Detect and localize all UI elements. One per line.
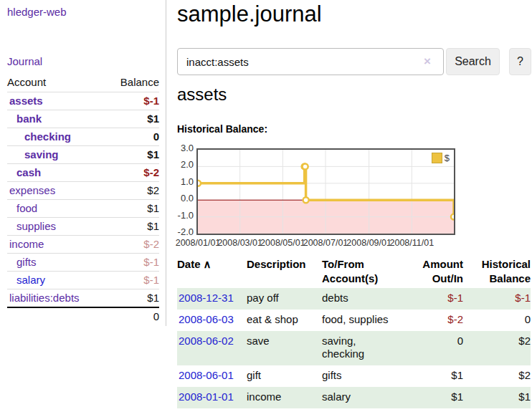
account-row: checking0: [7, 128, 159, 146]
transaction-balance: $2: [463, 365, 531, 387]
account-row: supplies$1: [7, 218, 159, 236]
transaction-amount: $-2: [407, 310, 463, 331]
accounts-total-row: 0: [7, 307, 159, 325]
account-row: assets$-1: [7, 92, 159, 110]
y-axis-tick-label: 0.0: [170, 193, 194, 204]
account-balance: $-2: [106, 164, 159, 182]
transaction-date-link[interactable]: 2008-06-01: [179, 369, 234, 381]
sort-asc-icon: ∧: [204, 258, 212, 270]
main-content: sample.journal × Search ? assets Histori…: [177, 0, 532, 417]
account-link[interactable]: gifts: [16, 256, 37, 268]
register-header-balance: Historical Balance: [463, 256, 531, 288]
page-title: sample.journal: [177, 1, 322, 27]
account-balance: $1: [106, 289, 159, 308]
account-link[interactable]: assets: [9, 95, 43, 107]
account-link[interactable]: saving: [24, 148, 59, 160]
account-row: salary$-1: [7, 272, 159, 289]
data-point-marker: [451, 214, 454, 220]
transaction-date-link[interactable]: 2008-12-31: [179, 292, 234, 304]
y-axis-tick-label: 3.0: [170, 143, 194, 154]
accounts-total-spacer: [7, 307, 106, 325]
legend-label: $: [445, 153, 450, 163]
account-row: liabilities:debts$1: [7, 289, 159, 308]
chart-canvas: [198, 150, 454, 234]
transaction-accounts: debts: [322, 288, 407, 310]
y-axis-tick-label: -1.0: [170, 210, 194, 221]
balance-chart: $ 3.02.01.00.0-1.0-2.02008/01/012008/03/…: [177, 143, 532, 249]
register-header-accounts: To/From Account(s): [322, 256, 407, 288]
transaction-balance: $2: [463, 331, 531, 366]
account-balance: $-1: [106, 272, 159, 289]
transaction-date-link[interactable]: 2008-01-01: [179, 390, 234, 403]
account-link[interactable]: bank: [16, 112, 42, 125]
search-row: × Search ?: [177, 48, 532, 75]
data-point-marker: [303, 163, 308, 169]
legend-swatch-icon: [432, 153, 442, 163]
register-header-amount: Amount Out/In: [407, 256, 463, 288]
transaction-date-link[interactable]: 2008-06-03: [179, 313, 234, 325]
account-row: cash$-2: [7, 164, 159, 182]
transaction-accounts: saving, checking: [322, 331, 407, 366]
hledger-web-page: hledger-web Journal Account Balance asse…: [0, 0, 532, 417]
register-header-date[interactable]: Date∧: [177, 256, 247, 288]
account-balance: $1: [106, 200, 159, 218]
transaction-amount: 0: [407, 331, 463, 366]
x-axis-tick-label: 2008/07/01: [300, 238, 351, 248]
transaction-date-link[interactable]: 2008-06-02: [179, 335, 234, 347]
transaction-accounts: salary: [322, 387, 407, 408]
accounts-header-account: Account: [7, 74, 106, 92]
account-link[interactable]: liabilities:debts: [9, 292, 80, 304]
account-balance: $1: [106, 110, 159, 128]
account-row: food$1: [7, 200, 159, 218]
y-axis-tick-label: -2.0: [170, 226, 194, 238]
account-link[interactable]: salary: [16, 274, 45, 286]
search-input[interactable]: [177, 48, 444, 75]
register-header-description: Description: [247, 256, 322, 288]
account-link[interactable]: cash: [16, 166, 41, 178]
app-title-link[interactable]: hledger-web: [7, 6, 67, 18]
account-link[interactable]: expenses: [9, 184, 55, 196]
account-row: bank$1: [7, 110, 159, 128]
register-row: 2008-06-01giftgifts$1$2: [177, 365, 531, 387]
transaction-balance: 0: [463, 310, 531, 331]
search-button[interactable]: Search: [446, 48, 500, 75]
register-table: Date∧ Description To/From Account(s) Amo…: [177, 256, 531, 408]
accounts-header-balance: Balance: [106, 74, 159, 92]
y-axis-tick-label: 2.0: [170, 159, 194, 171]
account-balance: 0: [106, 128, 159, 146]
transaction-description: income: [247, 387, 322, 408]
register-row: 2008-06-02savesaving, checking0$2: [177, 331, 531, 366]
account-link[interactable]: checking: [24, 130, 71, 143]
account-row: income$-2: [7, 236, 159, 254]
account-link[interactable]: supplies: [16, 220, 56, 232]
transaction-description: pay off: [247, 288, 322, 310]
account-link[interactable]: income: [9, 238, 44, 250]
y-axis-tick-label: 1.0: [170, 176, 194, 188]
account-balance: $-1: [106, 254, 159, 272]
register-row: 2008-06-03eat & shopfood, supplies$-20: [177, 310, 531, 331]
transaction-balance: $1: [463, 387, 531, 408]
account-balance: $-2: [106, 236, 159, 254]
sidebar: hledger-web Journal Account Balance asse…: [0, 0, 166, 326]
chart-plot-area: $: [196, 148, 455, 235]
account-row: gifts$-1: [7, 254, 159, 272]
search-box: ×: [177, 48, 444, 75]
help-button[interactable]: ?: [509, 48, 531, 75]
account-balance: $-1: [106, 92, 159, 110]
account-link[interactable]: food: [16, 202, 37, 214]
transaction-description: gift: [247, 365, 322, 387]
clear-search-icon[interactable]: ×: [424, 54, 431, 69]
transaction-amount: $1: [407, 387, 463, 408]
sidebar-item-journal[interactable]: Journal: [7, 55, 42, 67]
account-row: saving$1: [7, 146, 159, 164]
account-row: expenses$2: [7, 182, 159, 200]
x-axis-tick-label: 2008/11/01: [386, 238, 437, 248]
transaction-description: eat & shop: [247, 310, 322, 331]
transaction-description: save: [247, 331, 322, 366]
transaction-amount: $-1: [407, 288, 463, 310]
chart-legend: $: [432, 153, 450, 163]
account-balance: $1: [106, 146, 159, 164]
transaction-balance: $-1: [463, 288, 531, 310]
register-row: 2008-12-31pay offdebts$-1$-1: [177, 288, 531, 310]
account-balance: $1: [106, 218, 159, 236]
